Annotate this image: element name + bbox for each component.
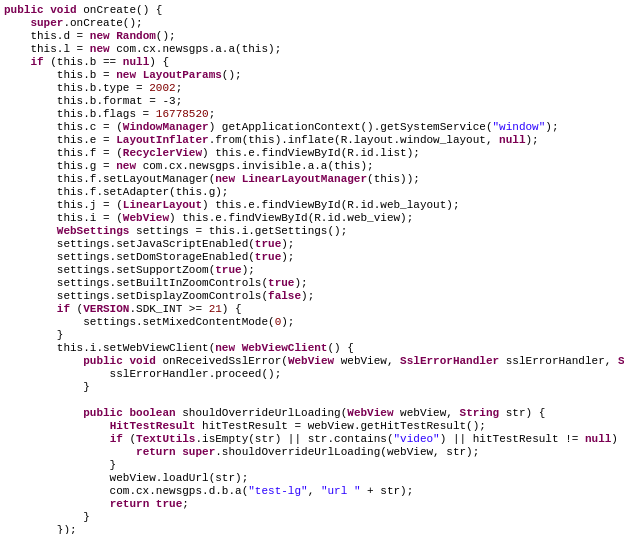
code-line: if (this.b == null) { [0,56,624,69]
code-line: return true; [0,498,624,511]
code-line: settings.setMixedContentMode(0); [0,316,624,329]
code-line: }); [0,524,624,534]
code-line: this.f.setLayoutManager(new LinearLayout… [0,173,624,186]
code-line: super.onCreate(); [0,17,624,30]
code-line: if (TextUtils.isEmpty(str) || str.contai… [0,433,624,446]
code-line: } [0,381,624,394]
code-line: this.j = (LinearLayout) this.e.findViewB… [0,199,624,212]
code-line: com.cx.newsgps.d.b.a("test-lg", "url " +… [0,485,624,498]
code-line: sslErrorHandler.proceed(); [0,368,624,381]
code-line: } [0,459,624,472]
code-line: WebSettings settings = this.i.getSetting… [0,225,624,238]
code-line: this.b.format = -3; [0,95,624,108]
code-line: HitTestResult hitTestResult = webView.ge… [0,420,624,433]
code-line: public boolean shouldOverrideUrlLoading(… [0,407,624,420]
code-line: this.d = new Random(); [0,30,624,43]
code-line: this.i.setWebViewClient(new WebViewClien… [0,342,624,355]
code-line: this.b.flags = 16778520; [0,108,624,121]
code-line: this.b.type = 2002; [0,82,624,95]
code-editor: public void onCreate() { super.onCreate(… [0,0,624,534]
code-line: settings.setBuiltInZoomControls(true); [0,277,624,290]
code-line: settings.setSupportZoom(true); [0,264,624,277]
code-line [0,394,624,407]
code-line: public void onReceivedSslError(WebView w… [0,355,624,368]
code-line: this.f = (RecyclerView) this.e.findViewB… [0,147,624,160]
code-line: webView.loadUrl(str); [0,472,624,485]
code-line: this.l = new com.cx.newsgps.a.a(this); [0,43,624,56]
code-line: } [0,511,624,524]
code-line: settings.setJavaScriptEnabled(true); [0,238,624,251]
code-line: settings.setDisplayZoomControls(false); [0,290,624,303]
code-line: this.f.setAdapter(this.g); [0,186,624,199]
code-line: if (VERSION.SDK_INT >= 21) { [0,303,624,316]
code-line: this.i = (WebView) this.e.findViewById(R… [0,212,624,225]
code-line: this.b = new LayoutParams(); [0,69,624,82]
code-line: this.c = (WindowManager) getApplicationC… [0,121,624,134]
code-line: return super.shouldOverrideUrlLoading(we… [0,446,624,459]
code-line: this.g = new com.cx.newsgps.invisible.a.… [0,160,624,173]
code-line: this.e = LayoutInflater.from(this).infla… [0,134,624,147]
code-line: settings.setDomStorageEnabled(true); [0,251,624,264]
code-line: public void onCreate() { [0,4,624,17]
code-line: } [0,329,624,342]
